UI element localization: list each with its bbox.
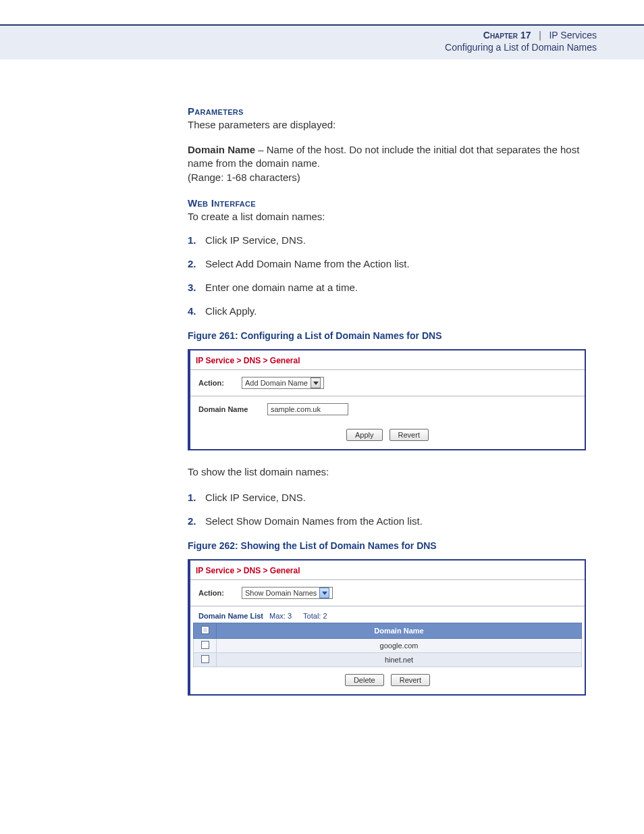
- apply-button[interactable]: Apply: [346, 429, 383, 441]
- domain-table: Domain Name google.com hinet.net: [193, 623, 582, 667]
- table-row: hinet.net: [194, 653, 582, 667]
- chapter-label: Chapter 17: [483, 30, 531, 41]
- page-header: Chapter 17 | IP Services Configuring a L…: [0, 26, 644, 59]
- checkbox-icon: [201, 641, 209, 649]
- column-header-domain: Domain Name: [217, 623, 582, 639]
- domain-name-input-value: sample.com.uk: [271, 405, 321, 413]
- create-intro: To create a list domain names:: [188, 210, 597, 224]
- figure-261: IP Service > DNS > General Action: Add D…: [188, 349, 586, 450]
- action-select-value: Show Domain Names: [245, 589, 317, 597]
- revert-button[interactable]: Revert: [391, 674, 430, 686]
- table-row: google.com: [194, 639, 582, 653]
- domain-name-label: Domain Name: [188, 144, 255, 155]
- content: Parameters These parameters are displaye…: [0, 59, 644, 834]
- domain-name-field-label: Domain Name: [198, 405, 259, 413]
- header-title: IP Services: [549, 30, 597, 41]
- action-select[interactable]: Add Domain Name: [242, 377, 324, 389]
- create-steps: Click IP Service, DNS. Select Add Domain…: [188, 233, 597, 318]
- show-step: Click IP Service, DNS.: [188, 490, 597, 504]
- show-intro: To show the list domain names:: [188, 465, 597, 479]
- figure-262-caption: Figure 262: Showing the List of Domain N…: [188, 540, 597, 551]
- fig262-breadcrumb: IP Service > DNS > General: [190, 561, 585, 579]
- show-steps: Click IP Service, DNS. Select Show Domai…: [188, 490, 597, 528]
- fig261-breadcrumb: IP Service > DNS > General: [190, 350, 585, 369]
- checkbox-icon: [201, 655, 209, 663]
- page-footer: – 435 –: [0, 813, 644, 834]
- create-step: Click Apply.: [188, 304, 597, 318]
- domain-list-title: Domain Name List: [198, 612, 263, 620]
- table-header-row: Domain Name: [194, 623, 582, 639]
- domain-list-total: Total: 2: [303, 612, 327, 620]
- action-select[interactable]: Show Domain Names: [242, 587, 333, 599]
- create-step: Select Add Domain Name from the Action l…: [188, 257, 597, 271]
- row-checkbox[interactable]: [194, 639, 217, 653]
- domain-name-input[interactable]: sample.com.uk: [267, 403, 348, 415]
- domain-name-range: (Range: 1-68 characters): [188, 172, 300, 183]
- parameters-heading: Parameters: [188, 105, 597, 117]
- header-subtitle: Configuring a List of Domain Names: [0, 42, 597, 53]
- domain-list-max: Max: 3: [269, 612, 292, 620]
- figure-261-caption: Figure 261: Configuring a List of Domain…: [188, 330, 597, 341]
- domain-cell: hinet.net: [217, 653, 582, 667]
- revert-button[interactable]: Revert: [390, 429, 429, 441]
- domain-cell: google.com: [217, 639, 582, 653]
- delete-button[interactable]: Delete: [345, 674, 384, 686]
- action-select-value: Add Domain Name: [245, 379, 308, 387]
- create-step: Click IP Service, DNS.: [188, 233, 597, 247]
- row-checkbox[interactable]: [194, 653, 217, 667]
- action-label: Action:: [198, 589, 234, 597]
- parameters-intro: These parameters are displayed:: [188, 118, 597, 132]
- create-step: Enter one domain name at a time.: [188, 280, 597, 294]
- checkbox-icon: [201, 626, 209, 634]
- pipe-separator: |: [533, 30, 546, 41]
- web-interface-heading: Web Interface: [188, 197, 597, 209]
- select-all-header[interactable]: [194, 623, 217, 639]
- action-label: Action:: [198, 379, 234, 387]
- figure-262: IP Service > DNS > General Action: Show …: [188, 559, 586, 696]
- show-step: Select Show Domain Names from the Action…: [188, 514, 597, 528]
- chevron-down-icon: [311, 377, 321, 388]
- chevron-down-icon: [319, 588, 329, 598]
